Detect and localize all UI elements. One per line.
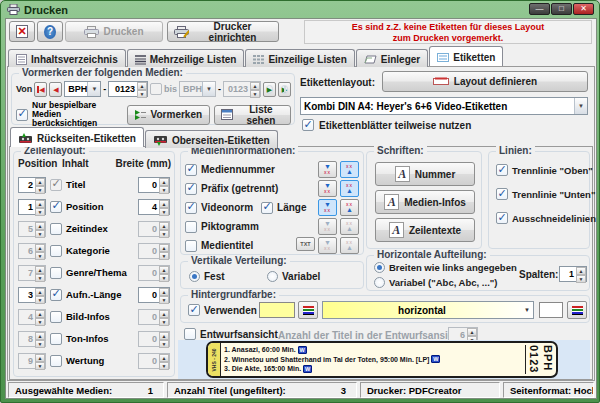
aufnlaenge-checkbox[interactable] — [50, 289, 62, 301]
spin-up-icon[interactable]: ▲ — [137, 82, 147, 90]
only-recordable-checkbox[interactable] — [16, 109, 28, 121]
spin-down-icon[interactable]: ▼ — [137, 90, 147, 98]
spin-up-icon[interactable]: ▲ — [159, 200, 169, 208]
maximize-button[interactable]: □ — [551, 3, 572, 15]
spin-down-icon[interactable]: ▼ — [250, 90, 260, 98]
above-number-button[interactable]: xx▲ — [340, 218, 359, 235]
tab-inhaltsverzeichnis[interactable]: Inhaltsverzeichnis — [8, 49, 126, 67]
spin-up-icon[interactable]: ▲ — [35, 332, 45, 340]
below-number-button[interactable]: ▼xx — [318, 161, 337, 178]
above-number-button[interactable]: xx▲ — [340, 199, 359, 216]
spin-down-icon[interactable]: ▼ — [159, 208, 169, 216]
color2-swatch[interactable] — [539, 302, 563, 318]
breite-spinner[interactable]: 0▲▼ — [138, 177, 170, 193]
spin-down-icon[interactable]: ▼ — [35, 296, 45, 304]
position-spinner[interactable]: 1▲▼ — [18, 199, 46, 215]
spin-down-icon[interactable]: ▼ — [35, 186, 45, 194]
genre-checkbox[interactable] — [50, 267, 62, 279]
spin-down-icon[interactable]: ▼ — [159, 186, 169, 194]
close-dialog-button[interactable]: ✕ — [9, 21, 35, 42]
minimize-button[interactable]: — — [529, 3, 550, 15]
subtab-oberseiten[interactable]: Oberseiten-Etiketten — [145, 130, 278, 148]
spin-down-icon[interactable]: ▼ — [35, 274, 45, 282]
color1-swatch[interactable] — [259, 302, 295, 318]
piktogramm-checkbox[interactable] — [185, 221, 197, 233]
trennlinie-unten-checkbox[interactable] — [496, 188, 508, 200]
spin-down-icon[interactable]: ▼ — [35, 230, 45, 238]
font-zeilentexte-button[interactable]: A Zeilentexte — [375, 218, 475, 242]
above-number-button[interactable]: xx▲ — [340, 237, 359, 254]
font-medieninfos-button[interactable]: A Medien-Infos — [375, 190, 475, 214]
spin-up-icon[interactable]: ▲ — [35, 222, 45, 230]
spin-down-icon[interactable]: ▼ — [159, 230, 169, 238]
verwenden-checkbox[interactable] — [188, 304, 200, 316]
position-spinner[interactable]: 5▲▼ — [18, 221, 46, 237]
above-number-button[interactable]: xx▲ — [340, 180, 359, 197]
tab-einzeilige-listen[interactable]: Einzeilige Listen — [245, 49, 354, 67]
gradient-combo[interactable]: horizontal ▼ — [322, 301, 534, 319]
spin-down-icon[interactable]: ▼ — [159, 274, 169, 282]
spin-down-icon[interactable]: ▼ — [159, 296, 169, 304]
position-spinner[interactable]: 9▲▼ — [18, 353, 46, 369]
below-number-button[interactable]: ▼xx — [318, 180, 337, 197]
medientitel-checkbox[interactable] — [185, 240, 197, 252]
spin-up-icon[interactable]: ▲ — [35, 288, 45, 296]
spalten-spinner[interactable]: 1 ▲▼ — [559, 266, 587, 282]
position-spinner[interactable]: 8▲▼ — [18, 331, 46, 347]
entwurf-checkbox[interactable] — [184, 328, 196, 340]
position-spinner[interactable]: 4▲▼ — [18, 309, 46, 325]
breite-spinner[interactable]: 0▲▼ — [138, 331, 170, 347]
kategorie-checkbox[interactable] — [50, 245, 62, 257]
spin-up-icon[interactable]: ▲ — [159, 288, 169, 296]
fest-radio[interactable] — [189, 271, 200, 282]
text-options-button[interactable]: TXT — [296, 237, 315, 251]
help-button[interactable]: ? — [37, 21, 63, 42]
print-button[interactable]: Drucken — [65, 21, 163, 42]
breite-spinner[interactable]: 0▲▼ — [138, 221, 170, 237]
above-number-button[interactable]: xx▲ — [340, 161, 359, 178]
praefix-checkbox[interactable] — [185, 183, 197, 195]
from-number-spinner[interactable]: 0123▲▼ — [108, 81, 148, 97]
tab-einleger[interactable]: Einleger — [356, 49, 428, 67]
color1-picker-button[interactable] — [298, 301, 318, 319]
spin-up-icon[interactable]: ▲ — [159, 244, 169, 252]
spin-down-icon[interactable]: ▼ — [576, 275, 586, 283]
position-spinner[interactable]: 6▲▼ — [18, 243, 46, 259]
to-number-spinner[interactable]: 0123▲▼ — [223, 81, 261, 97]
layout-combo[interactable]: Kombi DIN A4: Heyer's 6+6 Video-Etikette… — [300, 97, 588, 115]
bildinfos-checkbox[interactable] — [50, 311, 62, 323]
position-checkbox[interactable] — [50, 201, 62, 213]
font-nummer-button[interactable]: A Nummer — [375, 162, 475, 186]
videonorm-checkbox[interactable] — [185, 202, 197, 214]
spin-up-icon[interactable]: ▲ — [35, 178, 45, 186]
variabel-radio[interactable] — [267, 271, 278, 282]
spin-down-icon[interactable]: ▼ — [35, 208, 45, 216]
next-media-button[interactable]: ▶ — [263, 82, 276, 97]
spin-up-icon[interactable]: ▲ — [467, 328, 477, 336]
close-button[interactable]: ✕ — [573, 3, 594, 15]
spin-up-icon[interactable]: ▲ — [159, 222, 169, 230]
bis-checkbox[interactable] — [150, 83, 162, 95]
below-number-button[interactable]: ▼xx — [318, 199, 337, 216]
last-media-button[interactable]: ▶ — [278, 82, 291, 97]
trennlinie-oben-checkbox[interactable] — [496, 164, 508, 176]
spin-down-icon[interactable]: ▼ — [159, 362, 169, 370]
spin-down-icon[interactable]: ▼ — [35, 362, 45, 370]
breite-spinner[interactable]: 0▲▼ — [138, 265, 170, 281]
spin-up-icon[interactable]: ▲ — [35, 200, 45, 208]
titel-checkbox[interactable] — [50, 179, 62, 191]
position-spinner[interactable]: 3▲▼ — [18, 287, 46, 303]
partial-sheets-checkbox[interactable] — [302, 119, 314, 131]
below-number-button[interactable]: ▼xx — [318, 218, 337, 235]
breite-spinner[interactable]: 0▲▼ — [138, 309, 170, 325]
mediennummer-checkbox[interactable] — [185, 164, 197, 176]
ausschneidelinien-checkbox[interactable] — [496, 212, 508, 224]
spin-down-icon[interactable]: ▼ — [159, 340, 169, 348]
spin-up-icon[interactable]: ▲ — [159, 354, 169, 362]
spin-up-icon[interactable]: ▲ — [35, 244, 45, 252]
spin-up-icon[interactable]: ▲ — [159, 310, 169, 318]
spin-down-icon[interactable]: ▼ — [159, 318, 169, 326]
spin-up-icon[interactable]: ▲ — [576, 267, 586, 275]
spin-up-icon[interactable]: ▲ — [35, 266, 45, 274]
vormerken-button[interactable]: Vormerken — [127, 105, 210, 125]
